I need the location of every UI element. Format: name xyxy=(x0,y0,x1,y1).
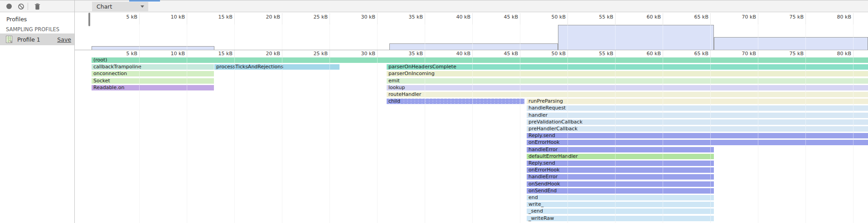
memory-sampling-profiler-panel: Chart Profiles SAMPLING PROFILES % Profi… xyxy=(0,0,868,223)
flame-gridline-overlay xyxy=(853,57,853,223)
flame-bar[interactable]: handler xyxy=(527,113,868,118)
record-icon xyxy=(6,4,12,9)
flame-gridline-overlay xyxy=(567,57,568,223)
flame-bar[interactable]: Readable.on xyxy=(92,85,214,90)
circle-slash-icon xyxy=(18,3,24,10)
flame-gridline-overlay xyxy=(234,57,235,223)
flame-gridline-overlay xyxy=(282,57,282,223)
selected-tab-indicator xyxy=(129,0,160,1)
profiles-sidebar: Profiles SAMPLING PROFILES % Profile 1 S… xyxy=(0,12,74,223)
flame-chart-area: 5 kB10 kB15 kB20 kB25 kB30 kB35 kB40 kB4… xyxy=(75,12,868,223)
flame-bar[interactable]: lookup xyxy=(387,85,868,90)
flame-bar[interactable]: emit xyxy=(387,78,868,84)
flame-gridline-overlay xyxy=(758,57,758,223)
flame-bar[interactable]: _send xyxy=(527,209,714,214)
profile-spreadsheet-icon: % xyxy=(5,36,13,45)
flame-gridline-overlay xyxy=(520,57,520,223)
clear-button[interactable] xyxy=(15,0,26,12)
flame-bar[interactable]: processTicksAndRejections xyxy=(214,64,339,70)
profiles-heading: Profiles xyxy=(6,16,27,23)
flame-bar[interactable]: onSendEnd xyxy=(527,188,714,194)
save-profile-link[interactable]: Save xyxy=(57,36,71,43)
flame-bar[interactable]: end xyxy=(527,195,714,200)
flame-gridline-overlay xyxy=(472,57,473,223)
toolbar-separator xyxy=(28,3,28,10)
flame-bar[interactable]: write_ xyxy=(527,202,714,207)
sampling-profiles-section-label: SAMPLING PROFILES xyxy=(6,26,59,33)
flame-gridline-overlay xyxy=(330,57,330,223)
flame-bar[interactable]: defaultErrorHandler xyxy=(527,154,714,159)
view-mode-select[interactable]: Chart xyxy=(92,2,148,11)
flame-bar[interactable]: runPreParsing xyxy=(527,99,868,104)
flame-bar[interactable]: onErrorHook xyxy=(527,140,868,145)
flame-gridline-overlay xyxy=(663,57,663,223)
flame-bar[interactable]: (root) xyxy=(92,57,868,63)
flame-gridline-overlay xyxy=(805,57,806,223)
sidebar-item-profile-1[interactable]: % Profile 1 Save xyxy=(0,33,74,45)
chevron-down-icon xyxy=(141,5,144,8)
trash-icon xyxy=(34,3,40,10)
flame-bar[interactable]: _writeRaw xyxy=(527,216,714,221)
flame-gridline-overlay xyxy=(139,57,140,223)
view-mode-value: Chart xyxy=(97,3,112,10)
record-button[interactable] xyxy=(4,0,15,12)
flame-bar[interactable]: onSendHook xyxy=(527,181,714,187)
panel-divider xyxy=(74,0,75,223)
flame-bar[interactable]: child xyxy=(387,99,524,104)
flame-bar[interactable]: preHandlerCallback xyxy=(527,126,868,132)
flame-bar[interactable]: handleError xyxy=(527,174,714,180)
flame-bar[interactable]: parserOnIncoming xyxy=(387,71,868,76)
flame-bar[interactable]: handleError xyxy=(527,147,714,152)
flame-bar[interactable]: Reply.send xyxy=(527,133,868,138)
flame-gridline-overlay xyxy=(425,57,425,223)
flame-bar[interactable]: Socket xyxy=(92,78,214,84)
flame-bar[interactable]: onconnection xyxy=(92,71,214,76)
flame-bar[interactable]: preValidationCallback xyxy=(527,119,868,125)
flame-bar[interactable]: parserOnHeadersComplete xyxy=(387,64,868,70)
flame-gridline-overlay xyxy=(615,57,616,223)
flame-bar[interactable]: Reply.send xyxy=(527,161,714,166)
flame-bar[interactable]: handleRequest xyxy=(527,105,868,111)
flame-bar[interactable]: callbackTrampoline xyxy=(92,64,214,70)
flame-graph: (root)callbackTrampolineprocessTicksAndR… xyxy=(75,12,868,223)
flame-gridline-overlay xyxy=(187,57,187,223)
delete-profile-button[interactable] xyxy=(32,0,43,12)
toolbar: Chart xyxy=(0,0,868,12)
svg-text:%: % xyxy=(10,40,12,43)
profile-name: Profile 1 xyxy=(17,36,40,43)
flame-gridline-overlay xyxy=(710,57,711,223)
flame-gridline-overlay xyxy=(377,57,378,223)
flame-bar[interactable]: routeHandler xyxy=(387,92,868,97)
flame-bar[interactable]: onErrorHook xyxy=(527,167,714,173)
